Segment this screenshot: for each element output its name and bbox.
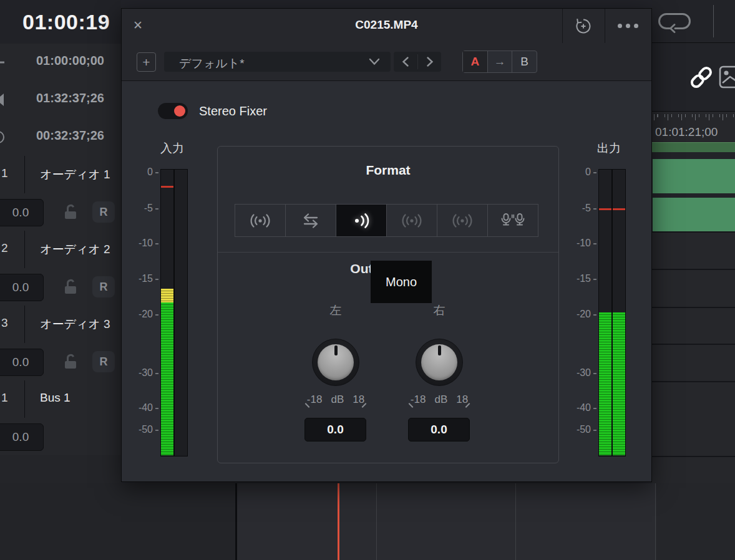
format-button-stereo[interactable] [235, 205, 286, 236]
track-number: 1 [1, 391, 8, 405]
meter-scale-label: -30 [128, 367, 153, 379]
meter-scale-tick [593, 243, 596, 244]
meter-scale-tick [593, 172, 596, 173]
restore-version-button[interactable] [562, 9, 605, 43]
meter-fill-green [599, 312, 611, 455]
knob-range-labels: -18 dB 18 [292, 393, 379, 406]
knob-pointer [438, 345, 441, 355]
plugin-name: Stereo Fixer [199, 103, 267, 119]
format-button-surround[interactable] [387, 205, 437, 236]
loop-playback-icon[interactable] [657, 9, 693, 34]
audio-clip[interactable] [653, 159, 735, 195]
plugin-controls-panel: Format [217, 146, 559, 463]
transport-row: 01:00:00;00 [0, 44, 121, 82]
preset-bar: + デフォルト* A → B [122, 43, 651, 81]
track-name: オーディオ 3 [40, 316, 110, 332]
track-name: Bus 1 [40, 391, 71, 405]
timeline-toolbar [652, 0, 735, 42]
ab-compare-group: A → B [462, 51, 537, 73]
meter-bar-left [598, 169, 612, 456]
plugin-dialog: ✕ C0215.MP4 + デフォルト* [121, 8, 652, 482]
timeline-lower-area [0, 483, 735, 560]
track-header-bus1[interactable]: 1 Bus 1 [0, 380, 121, 418]
track-boundary [235, 483, 237, 560]
track-header-audio3[interactable]: 3 オーディオ 3 [0, 306, 121, 344]
track-number: 2 [1, 241, 8, 255]
format-button-surround-alt[interactable] [437, 205, 488, 236]
link-clips-icon[interactable] [687, 63, 716, 92]
meter-scale-label: -15 [128, 273, 153, 285]
gridline [655, 483, 656, 560]
gain-knob[interactable] [416, 339, 463, 386]
add-preset-button[interactable]: + [137, 52, 156, 72]
meter-scale-label: -15 [566, 273, 591, 285]
lock-icon[interactable] [62, 353, 79, 373]
audio-clip[interactable] [653, 198, 735, 233]
options-menu-button[interactable] [605, 9, 651, 43]
next-preset-button[interactable] [418, 52, 442, 72]
timeline-ruler[interactable]: 01:01:21;00 [652, 111, 735, 143]
record-arm-button[interactable]: R [92, 351, 115, 372]
timeline-tracks-area [652, 231, 735, 483]
gridline [376, 483, 377, 560]
format-button-swap[interactable] [286, 205, 336, 236]
track-gain-field[interactable]: 0.0 [0, 199, 44, 226]
track-name: オーディオ 1 [40, 167, 110, 183]
track-gain-field[interactable]: 0.0 [0, 274, 44, 301]
track-controls-bus1: 0.0 [0, 418, 121, 456]
meter-scale-tick [155, 373, 158, 374]
channel-label: 左 [292, 302, 379, 319]
meter-fill-yellow [161, 289, 173, 302]
spacer [652, 193, 735, 198]
main-timecode-value: 01:00:19 [22, 10, 110, 34]
lock-icon[interactable] [62, 278, 79, 298]
plugin-enable-toggle[interactable] [158, 103, 188, 119]
spacer [652, 152, 735, 159]
track-gain-field[interactable]: 0.0 [0, 349, 44, 376]
meter-scale-label: 0 [566, 166, 591, 178]
mono-right-icon [348, 212, 375, 229]
media-thumbnail-icon[interactable] [719, 65, 735, 89]
timecode-field: 01:00:00;00 [36, 54, 104, 68]
meter-scale-label: -30 [566, 367, 591, 379]
meter-scale-tick [155, 408, 158, 409]
record-arm-button[interactable]: R [92, 201, 115, 223]
ab-a-button[interactable]: A [463, 51, 488, 72]
fairlight-workspace: 01:00:19 01:00:00;00 01:32:37;26 00:32:3… [0, 0, 735, 560]
meter-scale-label: -10 [566, 237, 591, 249]
ab-b-button[interactable]: B [512, 51, 537, 72]
stereo-icon [246, 212, 274, 229]
chevron-left-icon [401, 56, 410, 67]
meter-scale-tick [155, 430, 158, 431]
track-controls-audio2: 0.0 R [0, 268, 121, 306]
track-header-audio1[interactable]: 1 オーディオ 1 [0, 156, 121, 194]
divider [24, 306, 25, 343]
format-button-mono[interactable] [336, 205, 387, 236]
gain-value-field[interactable]: 0.0 [408, 418, 470, 442]
section-divider [218, 252, 558, 253]
swap-channels-icon [297, 212, 324, 229]
lock-icon[interactable] [62, 203, 79, 223]
playhead[interactable] [338, 483, 339, 560]
elapsed-icon [0, 130, 10, 145]
gain-value-field[interactable]: 0.0 [304, 418, 366, 442]
format-button-dual-mic[interactable] [488, 205, 538, 236]
timeline-toolbar-2 [652, 42, 735, 112]
meter-scale-label: -5 [566, 202, 591, 215]
preset-dropdown[interactable]: デフォルト* [164, 52, 391, 72]
dialog-header: ✕ C0215.MP4 [122, 9, 651, 44]
meter-scale-tick [593, 373, 596, 374]
gain-channel-right: 右 -18 dB 18 0.0 [396, 302, 483, 449]
ab-copy-button[interactable]: → [488, 51, 513, 72]
record-arm-button[interactable]: R [92, 276, 115, 297]
knob-face [318, 344, 354, 380]
meter-bar-right [612, 169, 626, 456]
format-button-row [235, 204, 538, 237]
meter-scale-tick [155, 243, 158, 244]
track-header-audio2[interactable]: 2 オーディオ 2 [0, 231, 121, 269]
knob-range-labels: -18 dB 18 [396, 393, 483, 406]
prev-preset-button[interactable] [394, 52, 417, 72]
gain-knob[interactable] [312, 339, 359, 386]
track-gain-field[interactable]: 0.0 [0, 423, 44, 451]
meter-scale-tick [155, 314, 158, 316]
